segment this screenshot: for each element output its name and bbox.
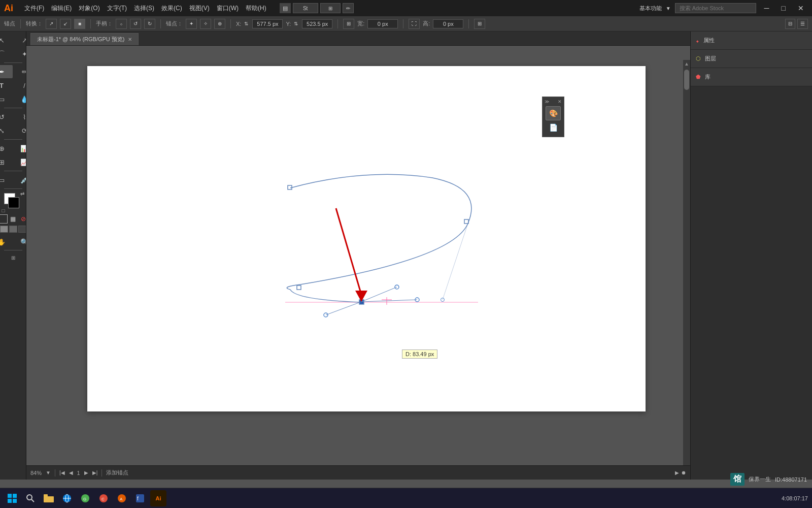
rect-tool[interactable]: ▭ [0, 92, 13, 106]
menu-effect[interactable]: 效果(C) [158, 3, 185, 14]
convert-btn1[interactable]: ↗ [46, 19, 57, 29]
tab-close-icon[interactable]: ✕ [128, 37, 132, 42]
x-input[interactable] [252, 19, 283, 28]
library-panel-tab[interactable]: ⬟ 库 [691, 68, 812, 86]
scroll-up-arrow[interactable]: ▲ [683, 60, 690, 68]
mini-panel-header: ≫ ✕ [543, 99, 564, 104]
column-graph-tool[interactable]: 📊 [13, 142, 26, 155]
page-next-btn[interactable]: ▶ [84, 470, 88, 475]
start-button[interactable] [4, 490, 20, 506]
record-btn[interactable]: ⏺ [681, 470, 686, 475]
mini-doc-btn[interactable]: 📄 [546, 120, 561, 135]
background-color[interactable] [8, 197, 19, 208]
rotate-tool[interactable]: ↺ [0, 110, 13, 123]
menu-file[interactable]: 文件(F) [21, 3, 47, 14]
magic-wand-tool[interactable]: ✦ [13, 47, 26, 60]
taskbar-app1-btn[interactable]: G [77, 490, 93, 506]
edit-toolbar-btn[interactable]: ⊞ [6, 252, 20, 263]
play-btn[interactable]: ▶ [675, 470, 679, 475]
convert-btn3[interactable]: ■ [74, 19, 85, 29]
bar-graph-tool[interactable]: 📈 [13, 155, 26, 169]
anchor-btn3[interactable]: ⊕ [214, 19, 225, 29]
direct-selection-tool[interactable]: ↗ [13, 34, 26, 47]
page-back-btn[interactable]: ◀ [69, 470, 73, 475]
align-btn[interactable]: ⊞ [474, 19, 485, 29]
taskbar-browser-btn[interactable] [59, 490, 75, 506]
anchor-btn1[interactable]: ✦ [186, 19, 197, 29]
zoom-dropdown-btn[interactable]: ▼ [46, 470, 51, 475]
no-paint-icon[interactable]: ⊘ [19, 214, 27, 224]
mini-panel-expand-icon[interactable]: ≫ [545, 99, 549, 104]
type-tool[interactable]: T [0, 79, 13, 92]
close-button[interactable]: ✕ [794, 3, 808, 13]
canvas-tab-active[interactable]: 未标题-1* @ 84% (RGB/GPU 预览) ✕ [30, 33, 139, 45]
taskbar-app3-btn[interactable]: A [114, 490, 130, 506]
hand-tool[interactable]: ✋ [0, 235, 13, 248]
arrange-icon[interactable]: ▤ [280, 3, 291, 13]
handle-btn3[interactable]: ↻ [144, 19, 155, 29]
convert-btn2[interactable]: ↙ [60, 19, 71, 29]
w-input[interactable] [367, 19, 398, 28]
taskbar-app2-btn[interactable]: C [95, 490, 112, 506]
selection-tool[interactable]: ↖ [0, 34, 13, 47]
color-swatches[interactable]: ⇄ □ [4, 193, 22, 211]
draw-inside-icon[interactable] [18, 226, 26, 233]
properties-panel-tab[interactable]: ⬥ 属性 [691, 31, 812, 50]
vertical-scrollbar[interactable]: ▲ ▼ [683, 60, 690, 480]
menu-edit[interactable]: 编辑(E) [48, 3, 75, 14]
maximize-button[interactable]: □ [777, 3, 790, 13]
taskbar-app4-btn[interactable]: f [132, 490, 148, 506]
mini-panel-close-icon[interactable]: ✕ [558, 99, 562, 104]
menu-text[interactable]: 文字(T) [104, 3, 130, 14]
h-input[interactable] [433, 19, 463, 28]
zoom-tool[interactable]: 🔍 [13, 235, 26, 248]
menu-object[interactable]: 对象(O) [76, 3, 103, 14]
scroll-thumb[interactable] [684, 70, 689, 90]
taskbar-search-btn[interactable] [22, 490, 39, 506]
page-last-btn[interactable]: ▶| [92, 470, 98, 475]
canvas-content[interactable]: D: 83.49 px ≫ ✕ 🎨 📄 ▲ ▼ [26, 46, 690, 480]
swap-colors-icon[interactable]: ⇄ [20, 191, 24, 197]
eyedrop2-tool[interactable]: 💉 [13, 173, 26, 186]
taskbar-ai-btn[interactable]: Ai [150, 490, 166, 506]
reset-colors-icon[interactable]: □ [2, 208, 5, 213]
scale-btn[interactable]: ⛶ [409, 19, 420, 29]
pen-icon[interactable]: ✏ [343, 3, 354, 13]
workspace-dropdown-icon[interactable]: ▼ [666, 6, 671, 11]
line-tool[interactable]: / [13, 79, 26, 92]
y-input[interactable] [302, 19, 332, 28]
mesh-tool[interactable]: ⊞ [0, 155, 13, 169]
draw-behind-icon[interactable] [9, 226, 17, 233]
panel-toggle-btn1[interactable]: ⊟ [785, 19, 795, 29]
menu-help[interactable]: 帮助(H) [243, 3, 269, 14]
anchor-btn2[interactable]: ✧ [200, 19, 211, 29]
lasso-tool[interactable]: ⌒ [0, 47, 13, 60]
transform-btn[interactable]: ⊞ [343, 19, 354, 29]
type-on-path-tool[interactable]: ✏ [13, 65, 26, 78]
menu-window[interactable]: 窗口(W) [214, 3, 242, 14]
scale-tool[interactable]: ⤡ [0, 124, 13, 137]
gradient-icon[interactable]: ▦ [9, 214, 18, 224]
minimize-button[interactable]: ─ [760, 3, 773, 13]
page-prev-btn[interactable]: |◀ [59, 470, 65, 475]
reshape-tool[interactable]: ⟳ [13, 124, 26, 137]
st-btn[interactable]: St [293, 3, 318, 13]
mini-paint-btn[interactable]: 🎨 [546, 106, 561, 120]
artboard-tool[interactable]: ▭ [0, 173, 13, 186]
none-fill-icon[interactable] [0, 214, 8, 224]
layers-panel-tab[interactable]: ⬡ 图层 [691, 50, 812, 68]
search-input[interactable] [675, 3, 756, 13]
menu-select[interactable]: 选择(S) [131, 3, 157, 14]
watermark-box: 馆 [730, 473, 745, 486]
draw-normal-icon[interactable] [0, 226, 8, 233]
panel-toggle-btn2[interactable]: ☰ [797, 19, 808, 29]
handle-btn1[interactable]: ⬦ [116, 19, 127, 29]
taskbar-explorer-btn[interactable] [41, 490, 57, 506]
warp-tool[interactable]: ⌇ [13, 110, 26, 123]
eyedropper-tool[interactable]: 💧 [13, 92, 26, 106]
blend-tool[interactable]: ⊕ [0, 142, 13, 155]
menu-view[interactable]: 视图(V) [186, 3, 213, 14]
handle-btn2[interactable]: ↺ [130, 19, 141, 29]
pen-tool[interactable]: ✒ [0, 65, 13, 78]
grid-btn[interactable]: ⊞ [320, 3, 341, 13]
